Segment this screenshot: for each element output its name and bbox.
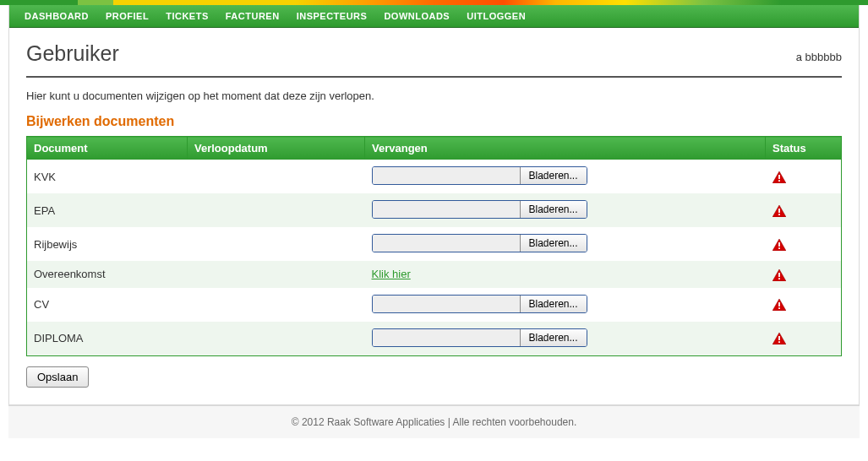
doc-status-cell bbox=[766, 227, 842, 261]
doc-name-cell: KVK bbox=[27, 160, 188, 193]
doc-date-cell bbox=[188, 227, 365, 261]
file-picker[interactable]: Bladeren... bbox=[372, 234, 587, 252]
browse-button[interactable]: Bladeren... bbox=[521, 235, 587, 252]
file-picker[interactable]: Bladeren... bbox=[372, 295, 587, 313]
svg-rect-17 bbox=[778, 342, 780, 344]
browse-button[interactable]: Bladeren... bbox=[521, 167, 587, 184]
file-picker[interactable]: Bladeren... bbox=[372, 328, 587, 347]
browse-button[interactable]: Bladeren... bbox=[521, 201, 587, 218]
warning-icon bbox=[772, 332, 786, 344]
warning-icon bbox=[772, 170, 786, 182]
table-row: EPABladeren... bbox=[27, 193, 842, 227]
doc-date-cell bbox=[188, 288, 365, 322]
svg-rect-4 bbox=[778, 209, 780, 213]
page-title: Gebruiker bbox=[26, 41, 119, 66]
section-title: Bijwerken documenten bbox=[26, 114, 842, 129]
nav-item-downloads[interactable]: DOWNLOADS bbox=[375, 8, 458, 24]
doc-date-cell bbox=[188, 193, 365, 227]
nav-item-uitloggen[interactable]: UITLOGGEN bbox=[458, 8, 534, 24]
svg-rect-10 bbox=[778, 273, 780, 277]
doc-replace-cell: Bladeren... bbox=[365, 322, 766, 356]
doc-status-cell bbox=[766, 261, 842, 288]
nav-item-inspecteurs[interactable]: INSPECTEURS bbox=[288, 8, 376, 24]
svg-rect-2 bbox=[778, 180, 780, 182]
doc-status-cell bbox=[766, 288, 842, 322]
file-path-field[interactable] bbox=[373, 167, 521, 184]
file-path-field[interactable] bbox=[373, 201, 521, 218]
doc-status-cell bbox=[766, 193, 842, 227]
nav-item-facturen[interactable]: FACTUREN bbox=[217, 8, 288, 24]
nav-item-dashboard[interactable]: DASHBOARD bbox=[16, 8, 97, 24]
svg-rect-16 bbox=[778, 336, 780, 340]
nav-item-tickets[interactable]: TICKETS bbox=[157, 8, 217, 24]
documents-table: Document Verloopdatum Vervangen Status K… bbox=[26, 136, 842, 356]
file-picker[interactable]: Bladeren... bbox=[372, 200, 587, 219]
save-button[interactable]: Opslaan bbox=[26, 366, 89, 388]
th-document: Document bbox=[27, 137, 188, 160]
current-user-label: a bbbbbb bbox=[796, 51, 842, 63]
svg-rect-13 bbox=[778, 302, 780, 306]
warning-icon bbox=[772, 237, 786, 250]
file-path-field[interactable] bbox=[373, 296, 521, 312]
agreement-link[interactable]: Klik hier bbox=[372, 268, 411, 280]
table-row: DIPLOMABladeren... bbox=[27, 322, 842, 356]
doc-name-cell: CV bbox=[27, 288, 188, 322]
doc-replace-cell: Bladeren... bbox=[365, 227, 766, 261]
doc-status-cell bbox=[766, 160, 842, 193]
th-verloopdatum: Verloopdatum bbox=[188, 137, 365, 160]
svg-rect-5 bbox=[778, 214, 780, 215]
doc-replace-cell: Klik hier bbox=[365, 261, 766, 288]
doc-name-cell: Overeenkomst bbox=[27, 261, 188, 288]
svg-rect-8 bbox=[778, 247, 780, 249]
table-row: CVBladeren... bbox=[27, 288, 842, 322]
svg-rect-14 bbox=[778, 308, 780, 310]
th-vervangen: Vervangen bbox=[365, 137, 766, 160]
th-status: Status bbox=[766, 137, 842, 160]
svg-rect-1 bbox=[778, 175, 780, 179]
doc-date-cell bbox=[188, 322, 365, 356]
doc-replace-cell: Bladeren... bbox=[365, 160, 766, 193]
browse-button[interactable]: Bladeren... bbox=[521, 296, 587, 312]
doc-date-cell bbox=[188, 261, 365, 288]
nav-item-profiel[interactable]: PROFIEL bbox=[97, 8, 157, 24]
main-nav: DASHBOARD PROFIEL TICKETS FACTUREN INSPE… bbox=[9, 5, 859, 28]
doc-replace-cell: Bladeren... bbox=[365, 288, 766, 322]
table-row: OvereenkomstKlik hier bbox=[27, 261, 842, 288]
file-path-field[interactable] bbox=[373, 329, 521, 346]
warning-icon bbox=[772, 298, 786, 311]
footer-text: © 2012 Raak Software Applicaties | Alle … bbox=[8, 405, 860, 438]
warning-icon bbox=[772, 203, 786, 216]
file-picker[interactable]: Bladeren... bbox=[372, 166, 587, 185]
browse-button[interactable]: Bladeren... bbox=[521, 329, 587, 346]
doc-date-cell bbox=[188, 160, 365, 193]
svg-rect-11 bbox=[778, 278, 780, 279]
intro-text: Hier kunt u documenten wijzigen op het m… bbox=[26, 89, 842, 102]
table-row: KVKBladeren... bbox=[27, 160, 842, 193]
warning-icon bbox=[772, 268, 786, 280]
header-divider bbox=[26, 76, 842, 78]
file-path-field[interactable] bbox=[373, 235, 521, 252]
doc-status-cell bbox=[766, 322, 842, 356]
doc-replace-cell: Bladeren... bbox=[365, 193, 766, 227]
table-row: RijbewijsBladeren... bbox=[27, 227, 842, 261]
doc-name-cell: DIPLOMA bbox=[27, 322, 188, 356]
doc-name-cell: Rijbewijs bbox=[27, 227, 188, 261]
doc-name-cell: EPA bbox=[27, 193, 188, 227]
svg-rect-7 bbox=[778, 242, 780, 247]
